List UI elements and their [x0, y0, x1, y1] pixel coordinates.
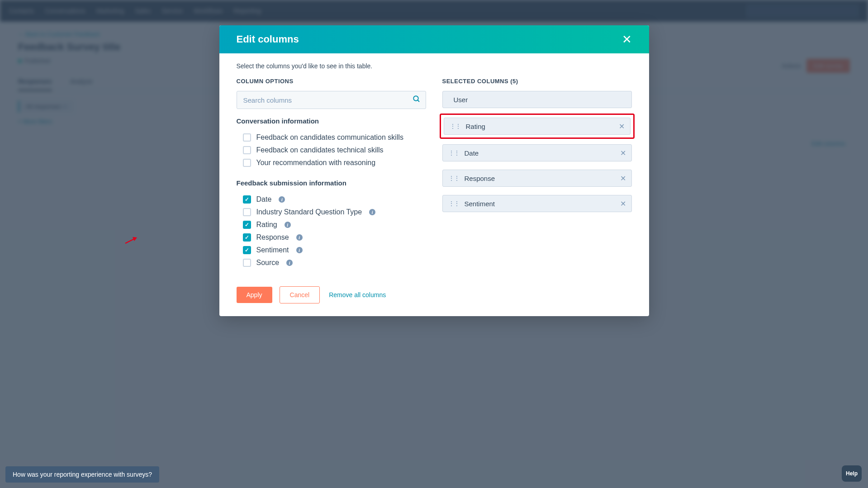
selected-column-item[interactable]: ⋮⋮Response✕ [442, 170, 632, 187]
column-options-heading: COLUMN OPTIONS [237, 78, 426, 85]
selected-column-item[interactable]: ⋮⋮Date✕ [442, 144, 632, 161]
column-option[interactable]: Sentimenti [237, 244, 422, 256]
checkbox[interactable] [243, 208, 251, 216]
drag-handle-icon[interactable]: ⋮⋮ [448, 175, 459, 182]
selected-column-label: Rating [466, 123, 485, 130]
svg-line-1 [417, 100, 419, 102]
checkbox[interactable] [243, 133, 251, 142]
selected-columns-heading: SELECTED COLUMNS (5) [442, 78, 632, 85]
close-icon[interactable]: ✕ [622, 33, 632, 45]
checkbox[interactable] [243, 259, 251, 267]
remove-column-icon[interactable]: ✕ [620, 174, 626, 183]
option-label: Feedback on candidates communication ski… [256, 133, 404, 142]
option-label: Date [256, 195, 272, 204]
info-icon[interactable]: i [296, 234, 303, 241]
remove-column-icon[interactable]: ✕ [620, 149, 626, 157]
info-icon[interactable]: i [285, 222, 291, 228]
option-label: Rating [256, 221, 277, 229]
option-label: Response [256, 233, 289, 242]
drag-handle-icon[interactable]: ⋮⋮ [450, 123, 460, 130]
modal-header: Edit columns ✕ [219, 25, 649, 53]
info-icon[interactable]: i [369, 209, 375, 215]
drag-handle-icon[interactable]: ⋮⋮ [448, 149, 459, 156]
remove-column-icon[interactable]: ✕ [619, 122, 625, 131]
column-option[interactable]: Feedback on candidates technical skills [237, 144, 422, 156]
selected-column-item[interactable]: User [442, 91, 632, 108]
edit-columns-modal: Edit columns ✕ Select the columns you'd … [219, 25, 649, 316]
column-option[interactable]: Industry Standard Question Typei [237, 206, 422, 218]
selected-column-item[interactable]: ⋮⋮Rating✕ [444, 118, 631, 135]
option-label: Your recommendation with reasoning [256, 159, 376, 167]
feedback-prompt[interactable]: How was your reporting experience with s… [5, 466, 159, 483]
selected-column-label: Sentiment [465, 200, 495, 208]
modal-subtitle: Select the columns you'd like to see in … [237, 62, 632, 70]
checkbox[interactable] [243, 159, 251, 167]
column-option[interactable]: Responsei [237, 231, 422, 244]
selected-column-label: Date [465, 149, 479, 157]
column-option[interactable]: Ratingi [237, 218, 422, 231]
options-scroll-area[interactable]: Conversation informationFeedback on cand… [237, 117, 426, 275]
selected-column-label: Response [465, 175, 495, 182]
column-option[interactable]: Your recommendation with reasoning [237, 156, 422, 169]
option-label: Source [256, 259, 280, 267]
info-icon[interactable]: i [296, 247, 303, 253]
checkbox[interactable] [243, 246, 251, 254]
column-option[interactable]: Datei [237, 193, 422, 206]
help-button[interactable]: Help [842, 465, 862, 482]
search-columns-input[interactable] [237, 91, 426, 109]
option-label: Sentiment [256, 246, 289, 254]
search-icon [413, 95, 421, 105]
remove-all-link[interactable]: Remove all columns [329, 291, 386, 298]
remove-column-icon[interactable]: ✕ [620, 199, 626, 208]
option-label: Industry Standard Question Type [256, 208, 362, 216]
checkbox[interactable] [243, 221, 251, 229]
selected-columns-panel: SELECTED COLUMNS (5) User⋮⋮Rating✕⋮⋮Date… [442, 78, 632, 275]
cancel-button[interactable]: Cancel [280, 286, 320, 303]
selected-column-item[interactable]: ⋮⋮Sentiment✕ [442, 195, 632, 212]
column-option[interactable]: Sourcei [237, 256, 422, 269]
checkbox[interactable] [243, 146, 251, 154]
modal-title: Edit columns [237, 33, 299, 45]
modal-footer: Apply Cancel Remove all columns [219, 275, 649, 316]
option-group-title: Feedback submission information [237, 179, 422, 187]
checkbox[interactable] [243, 195, 251, 204]
option-label: Feedback on candidates technical skills [256, 146, 384, 154]
checkbox[interactable] [243, 233, 251, 242]
column-options-panel: COLUMN OPTIONS Conversation informationF… [237, 78, 426, 275]
drag-handle-icon[interactable]: ⋮⋮ [448, 200, 459, 207]
apply-button[interactable]: Apply [237, 287, 272, 303]
option-group-title: Conversation information [237, 117, 422, 125]
selected-column-label: User [454, 96, 468, 104]
highlight-annotation: ⋮⋮Rating✕ [440, 114, 635, 139]
info-icon[interactable]: i [286, 260, 293, 266]
column-option[interactable]: Feedback on candidates communication ski… [237, 131, 422, 144]
info-icon[interactable]: i [279, 196, 285, 203]
svg-point-0 [413, 96, 418, 101]
